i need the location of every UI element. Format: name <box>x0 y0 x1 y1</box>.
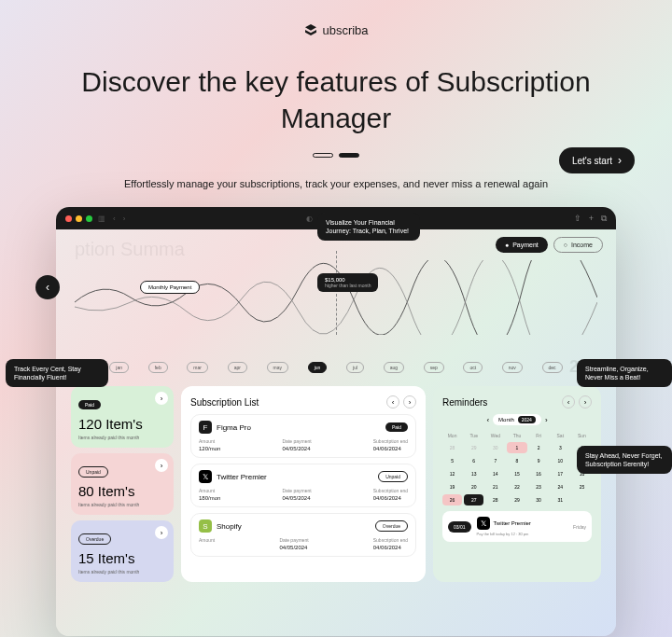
status-card-unpaid[interactable]: Unpaid › 80 Item's Items already paid th… <box>71 453 174 515</box>
month-pill-aug[interactable]: aug <box>384 362 404 373</box>
callout-sublist: Streamline, Organize, Never Miss a Beat! <box>577 359 672 387</box>
sublist-prev-button[interactable]: ‹ <box>386 395 399 409</box>
expand-icon[interactable]: › <box>155 392 168 405</box>
calendar-day[interactable]: 8 <box>507 455 526 466</box>
meta-end: 04/06/2024 <box>373 446 408 451</box>
calendar-day[interactable]: 13 <box>464 468 483 479</box>
sidebar-toggle-icon[interactable]: ▥ <box>98 215 105 223</box>
calendar-day[interactable]: 7 <box>485 455 505 466</box>
month-pill-may[interactable]: may <box>267 362 288 373</box>
tooltip-sub: higher than last month <box>325 283 371 288</box>
new-tab-icon[interactable]: + <box>589 214 594 224</box>
page-headline: Discover the key features of Subscriptio… <box>0 63 672 136</box>
calendar-day-prev[interactable]: 28 <box>442 442 462 453</box>
sublist-next-button[interactable]: › <box>403 395 416 409</box>
calendar-day[interactable]: 30 <box>529 494 549 505</box>
calendar-day[interactable]: 20 <box>464 481 483 492</box>
overdue-sub: Items already paid this month <box>78 569 166 575</box>
calendar-dow: Mon <box>442 431 462 440</box>
ghost-title: ption Summa <box>75 239 185 260</box>
calendar-day[interactable]: 6 <box>464 455 483 466</box>
calendar-day[interactable]: 3 <box>551 442 570 453</box>
figma-icon: F <box>199 421 212 434</box>
reminders-prev-button[interactable]: ‹ <box>562 395 575 409</box>
year-badge: 2024 <box>518 416 536 423</box>
calendar-dow: Fri <box>529 431 549 440</box>
minimize-dot-icon[interactable] <box>76 215 82 222</box>
month-pill-dec[interactable]: dec <box>542 362 563 373</box>
calendar-day[interactable]: 21 <box>485 481 505 492</box>
calendar-day[interactable]: 15 <box>507 468 526 479</box>
brand-name: ubscriba <box>322 23 368 37</box>
payment-icon: ● <box>505 242 509 248</box>
overdue-badge: Overdue <box>78 533 111 545</box>
meta-label: Subscription end <box>373 488 408 493</box>
calendar-day[interactable]: 14 <box>485 468 505 479</box>
calendar-day[interactable]: 27 <box>464 494 483 505</box>
calendar-day[interactable]: 17 <box>551 468 570 479</box>
paid-badge: Paid <box>78 400 101 409</box>
month-pill-jun[interactable]: jun <box>308 362 328 373</box>
calendar-day-prev[interactable]: 30 <box>485 442 505 453</box>
meta-label: Amount <box>199 537 215 543</box>
unpaid-sub: Items already paid this month <box>78 502 166 507</box>
month-pill-jan[interactable]: jan <box>109 362 129 373</box>
status-card-overdue[interactable]: Overdue › 15 Item's Items already paid t… <box>71 520 174 582</box>
calendar-day[interactable]: 10 <box>551 455 570 466</box>
status-card-paid[interactable]: Paid › 120 Item's Items already paid thi… <box>71 386 174 448</box>
nav-fwd-icon[interactable]: › <box>123 215 126 223</box>
calendar-day[interactable]: 5 <box>442 455 462 466</box>
calendar-day[interactable]: 1 <box>507 442 526 453</box>
month-pill-sep[interactable]: sep <box>424 362 444 373</box>
calendar-day[interactable]: 22 <box>507 481 526 492</box>
tabs-icon[interactable]: ⧉ <box>601 214 607 224</box>
payment-tab[interactable]: ●Payment <box>496 237 548 253</box>
reminders-title: Reminders <box>442 397 487 408</box>
month-pill-oct[interactable]: oct <box>463 362 483 373</box>
month-year-selector[interactable]: ‹ Month 2024 › <box>442 414 592 425</box>
month-pill-mar[interactable]: mar <box>187 362 208 373</box>
share-icon[interactable]: ⇧ <box>574 214 581 224</box>
maximize-dot-icon[interactable] <box>86 215 92 222</box>
calendar-day[interactable]: 25 <box>572 481 592 492</box>
month-selector: 23 janfebmaraprmayjunjulaugsepoctnovdec … <box>56 357 616 377</box>
calendar-day[interactable]: 23 <box>529 481 549 492</box>
calendar-grid: MonTueWedThuFriSatSun2829301234567891011… <box>442 431 592 505</box>
close-dot-icon[interactable] <box>65 215 72 222</box>
calendar-day[interactable]: 24 <box>551 481 570 492</box>
subscription-item[interactable]: S Shopify Overdue Amount Date payment04/… <box>190 513 416 557</box>
expand-icon[interactable]: › <box>155 526 168 539</box>
twitter-icon: 𝕏 <box>199 470 212 483</box>
month-pill-nov[interactable]: nov <box>502 362 523 373</box>
calendar-day[interactable]: 2 <box>529 442 549 453</box>
lets-start-button[interactable]: Let's start <box>559 147 635 173</box>
calendar-day[interactable]: 19 <box>442 481 462 492</box>
calendar-dow: Tue <box>464 431 483 440</box>
subscription-item[interactable]: 𝕏 Twitter Premier Unpaid Amount180/mon D… <box>190 464 416 507</box>
calendar-day[interactable]: 16 <box>529 468 549 479</box>
calendar-day[interactable]: 26 <box>442 494 462 505</box>
reminder-card[interactable]: 03/01 𝕏 Twitter Premier Pay the bill tod… <box>442 511 592 542</box>
chevron-right-icon[interactable]: › <box>545 416 548 424</box>
pager-dot-2[interactable] <box>339 153 359 158</box>
chevron-left-icon[interactable]: ‹ <box>486 416 489 424</box>
calendar-day[interactable]: 28 <box>485 494 505 505</box>
meta-end: 04/06/2024 <box>373 545 408 550</box>
nav-back-icon[interactable]: ‹ <box>113 215 116 223</box>
sub-item-badge: Overdue <box>375 520 408 532</box>
month-pill-feb[interactable]: feb <box>148 362 168 373</box>
calendar-day[interactable]: 9 <box>529 455 549 466</box>
calendar-day[interactable]: 12 <box>442 468 462 479</box>
reminders-next-button[interactable]: › <box>579 395 592 409</box>
income-tab[interactable]: ○Income <box>553 237 603 253</box>
subscription-item[interactable]: F Figma Pro Paid Amount120/mon Date paym… <box>190 414 416 458</box>
prev-slide-button[interactable]: ‹ <box>35 275 60 299</box>
month-pill-jul[interactable]: jul <box>346 362 364 373</box>
calendar-day[interactable]: 29 <box>507 494 526 505</box>
pager-dot-1[interactable] <box>313 153 333 158</box>
reminder-day: Friday <box>573 524 586 530</box>
calendar-day[interactable]: 31 <box>551 494 570 505</box>
month-pill-apr[interactable]: apr <box>228 362 247 373</box>
calendar-day-prev[interactable]: 29 <box>464 442 483 453</box>
expand-icon[interactable]: › <box>155 459 168 472</box>
